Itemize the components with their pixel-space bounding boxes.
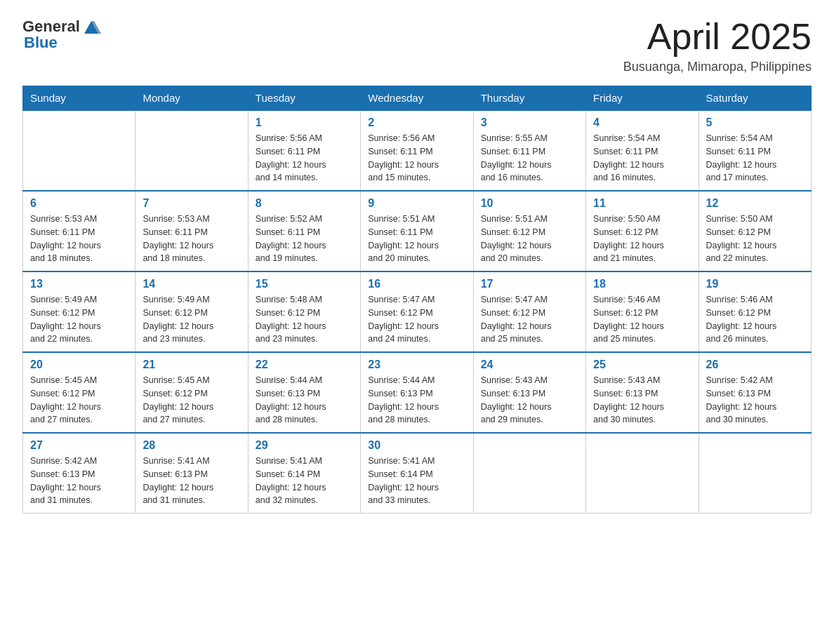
calendar-cell: 26Sunrise: 5:42 AMSunset: 6:13 PMDayligh… [699,352,811,433]
calendar-cell: 2Sunrise: 5:56 AMSunset: 6:11 PMDaylight… [361,110,473,191]
day-number: 13 [30,278,128,290]
day-info: Sunrise: 5:51 AMSunset: 6:11 PMDaylight:… [368,213,465,265]
calendar-location: Busuanga, Mimaropa, Philippines [623,60,812,74]
day-info: Sunrise: 5:54 AMSunset: 6:11 PMDaylight:… [593,132,691,185]
day-number: 5 [706,116,804,129]
calendar-cell: 21Sunrise: 5:45 AMSunset: 6:12 PMDayligh… [135,352,248,433]
calendar-cell [135,110,248,191]
calendar-cell: 12Sunrise: 5:50 AMSunset: 6:12 PMDayligh… [699,191,811,271]
day-number: 27 [30,439,128,452]
day-info: Sunrise: 5:50 AMSunset: 6:12 PMDaylight:… [593,213,691,265]
calendar-cell: 8Sunrise: 5:52 AMSunset: 6:11 PMDaylight… [248,191,360,271]
calendar-cell: 7Sunrise: 5:53 AMSunset: 6:11 PMDaylight… [135,191,248,271]
calendar-cell: 14Sunrise: 5:49 AMSunset: 6:12 PMDayligh… [135,271,248,352]
day-number: 26 [706,358,804,371]
day-info: Sunrise: 5:54 AMSunset: 6:11 PMDaylight:… [706,132,804,185]
calendar-cell: 3Sunrise: 5:55 AMSunset: 6:11 PMDaylight… [473,110,585,191]
calendar-cell: 4Sunrise: 5:54 AMSunset: 6:11 PMDaylight… [586,110,699,191]
calendar-cell: 22Sunrise: 5:44 AMSunset: 6:13 PMDayligh… [248,352,360,433]
calendar-cell: 1Sunrise: 5:56 AMSunset: 6:11 PMDaylight… [248,110,360,191]
calendar-header-row: SundayMondayTuesdayWednesdayThursdayFrid… [23,86,812,111]
day-info: Sunrise: 5:44 AMSunset: 6:13 PMDaylight:… [368,374,465,427]
day-number: 22 [256,358,353,371]
day-number: 9 [368,197,465,210]
day-info: Sunrise: 5:53 AMSunset: 6:11 PMDaylight:… [30,213,128,265]
day-number: 7 [143,197,240,210]
day-number: 23 [368,358,465,371]
page-header: General Blue April 2025 Busuanga, Mimaro… [22,17,812,74]
day-info: Sunrise: 5:47 AMSunset: 6:12 PMDaylight:… [481,293,578,346]
day-number: 28 [143,439,240,452]
day-info: Sunrise: 5:46 AMSunset: 6:12 PMDaylight:… [706,293,804,346]
logo-text-blue: Blue [24,34,58,52]
day-number: 20 [30,358,128,371]
day-of-week-header: Friday [586,86,699,111]
day-info: Sunrise: 5:49 AMSunset: 6:12 PMDaylight:… [143,293,240,346]
day-info: Sunrise: 5:44 AMSunset: 6:13 PMDaylight:… [256,374,353,427]
day-of-week-header: Thursday [473,86,585,111]
day-number: 30 [368,439,465,452]
calendar-cell: 30Sunrise: 5:41 AMSunset: 6:14 PMDayligh… [361,433,473,514]
day-info: Sunrise: 5:43 AMSunset: 6:13 PMDaylight:… [481,374,578,427]
day-number: 8 [256,197,353,210]
day-info: Sunrise: 5:41 AMSunset: 6:14 PMDaylight:… [368,455,465,507]
day-info: Sunrise: 5:43 AMSunset: 6:13 PMDaylight:… [593,374,691,427]
day-info: Sunrise: 5:41 AMSunset: 6:14 PMDaylight:… [256,455,353,507]
day-number: 6 [30,197,128,210]
day-of-week-header: Saturday [699,86,811,111]
calendar-cell: 25Sunrise: 5:43 AMSunset: 6:13 PMDayligh… [586,352,699,433]
day-info: Sunrise: 5:48 AMSunset: 6:12 PMDaylight:… [256,293,353,346]
day-info: Sunrise: 5:51 AMSunset: 6:12 PMDaylight:… [481,213,578,265]
day-info: Sunrise: 5:56 AMSunset: 6:11 PMDaylight:… [256,132,353,185]
day-number: 15 [256,278,353,290]
calendar-cell: 23Sunrise: 5:44 AMSunset: 6:13 PMDayligh… [361,352,473,433]
day-number: 29 [256,439,353,452]
day-info: Sunrise: 5:45 AMSunset: 6:12 PMDaylight:… [30,374,128,427]
day-number: 1 [256,116,353,129]
calendar-cell: 13Sunrise: 5:49 AMSunset: 6:12 PMDayligh… [23,271,135,352]
day-number: 25 [593,358,691,371]
calendar-cell: 27Sunrise: 5:42 AMSunset: 6:13 PMDayligh… [23,433,135,514]
day-info: Sunrise: 5:42 AMSunset: 6:13 PMDaylight:… [30,455,128,507]
day-number: 14 [143,278,240,290]
day-number: 2 [368,116,465,129]
calendar-cell: 20Sunrise: 5:45 AMSunset: 6:12 PMDayligh… [23,352,135,433]
calendar-table: SundayMondayTuesdayWednesdayThursdayFrid… [22,86,812,514]
calendar-cell: 5Sunrise: 5:54 AMSunset: 6:11 PMDaylight… [699,110,811,191]
calendar-cell: 24Sunrise: 5:43 AMSunset: 6:13 PMDayligh… [473,352,585,433]
day-info: Sunrise: 5:46 AMSunset: 6:12 PMDaylight:… [593,293,691,346]
day-of-week-header: Tuesday [248,86,360,111]
calendar-cell [699,433,811,514]
day-info: Sunrise: 5:41 AMSunset: 6:13 PMDaylight:… [143,455,240,507]
day-number: 3 [481,116,578,129]
day-number: 21 [143,358,240,371]
calendar-week-row: 27Sunrise: 5:42 AMSunset: 6:13 PMDayligh… [23,433,812,514]
calendar-week-row: 6Sunrise: 5:53 AMSunset: 6:11 PMDaylight… [23,191,812,271]
day-number: 11 [593,197,691,210]
calendar-cell [23,110,135,191]
day-of-week-header: Wednesday [361,86,473,111]
logo-triangle-icon [81,17,101,36]
day-number: 19 [706,278,804,290]
calendar-cell [586,433,699,514]
day-info: Sunrise: 5:52 AMSunset: 6:11 PMDaylight:… [256,213,353,265]
calendar-week-row: 20Sunrise: 5:45 AMSunset: 6:12 PMDayligh… [23,352,812,433]
day-of-week-header: Sunday [23,86,135,111]
day-info: Sunrise: 5:55 AMSunset: 6:11 PMDaylight:… [481,132,578,185]
day-number: 24 [481,358,578,371]
day-info: Sunrise: 5:45 AMSunset: 6:12 PMDaylight:… [143,374,240,427]
calendar-cell: 19Sunrise: 5:46 AMSunset: 6:12 PMDayligh… [699,271,811,352]
day-number: 16 [368,278,465,290]
day-number: 18 [593,278,691,290]
day-number: 17 [481,278,578,290]
day-info: Sunrise: 5:53 AMSunset: 6:11 PMDaylight:… [143,213,240,265]
day-info: Sunrise: 5:56 AMSunset: 6:11 PMDaylight:… [368,132,465,185]
calendar-week-row: 13Sunrise: 5:49 AMSunset: 6:12 PMDayligh… [23,271,812,352]
calendar-cell: 18Sunrise: 5:46 AMSunset: 6:12 PMDayligh… [586,271,699,352]
calendar-cell: 15Sunrise: 5:48 AMSunset: 6:12 PMDayligh… [248,271,360,352]
day-info: Sunrise: 5:47 AMSunset: 6:12 PMDaylight:… [368,293,465,346]
calendar-cell: 29Sunrise: 5:41 AMSunset: 6:14 PMDayligh… [248,433,360,514]
day-number: 4 [593,116,691,129]
title-block: April 2025 Busuanga, Mimaropa, Philippin… [623,17,812,74]
day-info: Sunrise: 5:42 AMSunset: 6:13 PMDaylight:… [706,374,804,427]
